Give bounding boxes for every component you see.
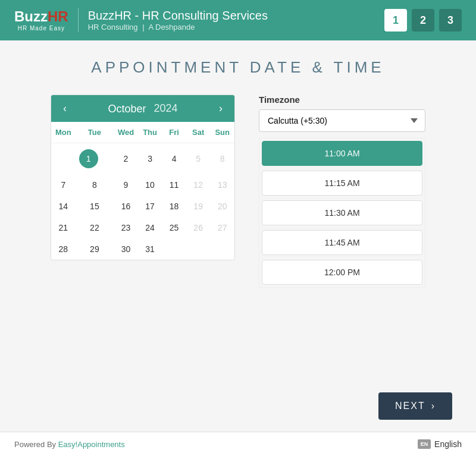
powered-by-text: Powered By (14, 440, 58, 449)
calendar-day[interactable]: 11 (162, 174, 186, 196)
month-select[interactable]: October (108, 103, 149, 115)
day-header-mon: Mon (51, 122, 76, 143)
time-slot[interactable]: 11:45 AM (262, 230, 422, 255)
calendar-header: ‹ October 2024 › (51, 95, 234, 122)
day-header-sat: Sat (186, 122, 211, 143)
calendar-day[interactable]: 25 (162, 217, 186, 238)
prev-month-button[interactable]: ‹ (60, 101, 70, 116)
calendar-day: 5 (186, 143, 211, 175)
time-slot[interactable]: 12:00 PM (262, 260, 422, 285)
calendar-day[interactable]: 24 (138, 217, 162, 238)
header-sub1: HR Consulting (88, 23, 138, 32)
calendar-day[interactable]: 28 (51, 238, 76, 260)
calendar-day[interactable]: 8 (76, 174, 114, 196)
calendar-day[interactable]: 4 (162, 143, 186, 175)
header-title: BuzzHR - HR Consulting Services (88, 9, 268, 23)
timezone-label: Timezone (259, 95, 425, 105)
calendar-day[interactable]: 1 (76, 143, 114, 175)
main-content: APPOINTMENT DATE & TIME ‹ October 2024 ›… (0, 40, 476, 380)
calendar-day: 20 (210, 196, 234, 217)
language-label: English (434, 439, 462, 449)
calendar: ‹ October 2024 › Mon Tue Wed Thu Fri (51, 95, 235, 260)
language-selector[interactable]: EN English (418, 439, 462, 449)
selected-day: 1 (79, 149, 98, 168)
time-section: Timezone Calcutta (+5:30)UTC (0:00)New Y… (259, 95, 425, 288)
calendar-day[interactable]: 10 (138, 174, 162, 196)
next-button[interactable]: NEXT › (378, 392, 452, 420)
calendar-day[interactable]: 22 (76, 217, 114, 238)
calendar-day[interactable]: 31 (138, 238, 162, 260)
calendar-day[interactable]: 9 (114, 174, 138, 196)
step-indicators: 1 2 3 (384, 9, 462, 32)
calendar-day[interactable]: 16 (114, 196, 138, 217)
footer: Powered By Easy!Appointments EN English (0, 432, 476, 456)
header-info: BuzzHR - HR Consulting Services HR Consu… (88, 9, 268, 32)
calendar-day: 26 (186, 217, 211, 238)
calendar-day[interactable]: 17 (138, 196, 162, 217)
easy-appointments-link[interactable]: Easy!Appointments (58, 440, 125, 449)
logo-subtitle: HR Made Easy (18, 25, 65, 32)
calendar-day: 19 (186, 196, 211, 217)
calendar-day[interactable]: 23 (114, 217, 138, 238)
calendar-day[interactable]: 30 (114, 238, 138, 260)
day-header-sun: Sun (210, 122, 234, 143)
calendar-day (162, 238, 186, 260)
next-icon: › (431, 401, 436, 411)
step-3[interactable]: 3 (439, 9, 462, 32)
powered-by: Powered By Easy!Appointments (14, 440, 125, 449)
day-header-fri: Fri (162, 122, 186, 143)
step-2[interactable]: 2 (412, 9, 434, 32)
calendar-year: 2024 (154, 102, 177, 115)
calendar-day[interactable]: 14 (51, 196, 76, 217)
time-slot[interactable]: 11:15 AM (262, 171, 422, 196)
time-slot[interactable]: 11:00 AM (262, 141, 422, 166)
calendar-day (186, 238, 211, 260)
calendar-day[interactable]: 2 (114, 143, 138, 175)
header-sub2: A Deshpande (148, 23, 195, 32)
calendar-day: 8 (210, 143, 234, 175)
calendar-day[interactable]: 3 (138, 143, 162, 175)
page-title: APPOINTMENT DATE & TIME (24, 58, 452, 77)
next-label: NEXT (395, 401, 425, 411)
logo-hr: HR (48, 8, 68, 24)
day-header-tue: Tue (76, 122, 114, 143)
calendar-day[interactable]: 18 (162, 196, 186, 217)
calendar-day[interactable]: 29 (76, 238, 114, 260)
content-row: ‹ October 2024 › Mon Tue Wed Thu Fri (24, 95, 452, 288)
language-icon: EN (418, 439, 431, 449)
app-header: BuzzHR HR Made Easy BuzzHR - HR Consulti… (0, 0, 476, 40)
calendar-day[interactable]: 15 (76, 196, 114, 217)
logo-text: BuzzHR (14, 10, 68, 24)
day-header-wed: Wed (114, 122, 138, 143)
calendar-day (51, 143, 76, 175)
logo: BuzzHR HR Made Easy (14, 10, 68, 32)
logo-buzz: Buzz (14, 8, 48, 24)
day-header-thu: Thu (138, 122, 162, 143)
calendar-day[interactable]: 21 (51, 217, 76, 238)
calendar-day: 27 (210, 217, 234, 238)
time-slots-container: 11:00 AM11:15 AM11:30 AM11:45 AM12:00 PM (259, 138, 425, 288)
calendar-day[interactable]: 7 (51, 174, 76, 196)
next-month-button[interactable]: › (215, 101, 226, 116)
calendar-day: 12 (186, 174, 211, 196)
header-sub: HR Consulting | A Deshpande (88, 23, 268, 32)
calendar-month-year: October 2024 (108, 102, 177, 115)
next-section: NEXT › (0, 380, 476, 432)
calendar-grid: Mon Tue Wed Thu Fri Sat Sun 123458789101… (51, 122, 234, 260)
calendar-day (210, 238, 234, 260)
step-1[interactable]: 1 (384, 9, 407, 32)
header-divider (78, 8, 79, 32)
timezone-select[interactable]: Calcutta (+5:30)UTC (0:00)New York (-5:0… (259, 109, 425, 132)
time-slot[interactable]: 11:30 AM (262, 200, 422, 225)
calendar-day: 13 (210, 174, 234, 196)
